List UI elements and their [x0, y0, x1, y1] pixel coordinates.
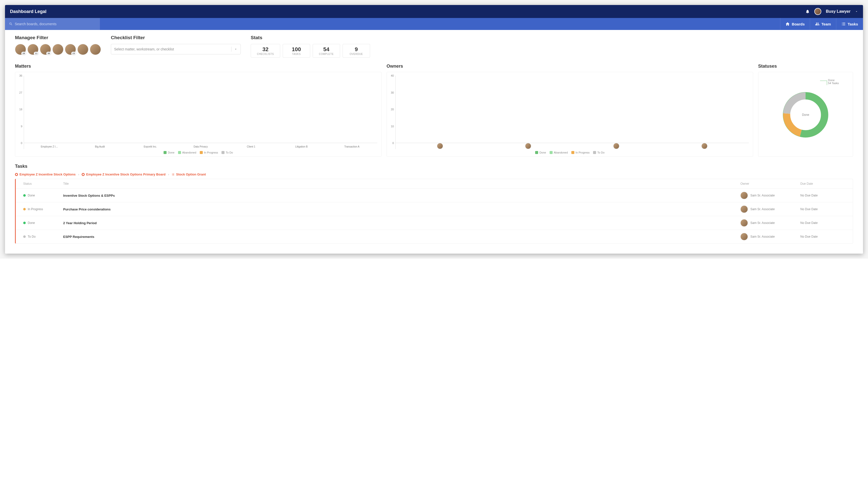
- topbar: Dashboard Legal Busy Lawyer: [5, 5, 863, 18]
- breadcrumb-item[interactable]: Employee Z Incentive Stock Options: [15, 172, 76, 176]
- checklist-filter: Checklist Filter Select matter, workstre…: [111, 35, 241, 55]
- bar-label: Employee Z Ince...: [41, 144, 58, 149]
- checklist-select[interactable]: Select matter, workstream, or checklist: [111, 44, 241, 55]
- managee-avatar[interactable]: 11: [28, 44, 38, 55]
- th-owner: Owner: [740, 182, 795, 186]
- legend-swatch: [550, 151, 553, 154]
- managee-avatar[interactable]: [53, 44, 63, 55]
- owner-cell: Sam Sr. Associate: [740, 205, 795, 213]
- stats-title: Stats: [251, 35, 370, 40]
- stat-num: 32: [257, 46, 274, 53]
- checklist-filter-title: Checklist Filter: [111, 35, 241, 40]
- managee-avatar[interactable]: 28: [15, 44, 26, 55]
- avatar-badge: 28: [21, 52, 26, 55]
- status-cell: Done: [23, 221, 58, 225]
- table-row[interactable]: In Progress Purchase Price consideration…: [16, 202, 853, 216]
- due-cell: No Due Date: [800, 235, 845, 238]
- stat-card: 32CHECKLISTS: [251, 44, 280, 58]
- breadcrumb-label: Employee Z Incentive Stock Options: [20, 172, 76, 176]
- task-title: 2 Year Holding Period: [63, 221, 735, 225]
- status-dot: [23, 194, 26, 197]
- legend-label: Done: [539, 151, 546, 154]
- nav-tasks[interactable]: Tasks: [836, 18, 863, 30]
- status-dot: [23, 235, 26, 238]
- owner-avatar: [740, 233, 748, 240]
- chevron-down-icon: [234, 47, 238, 51]
- stat-label: OVERDUE: [349, 53, 364, 56]
- bar-column: Data Privacy: [177, 143, 224, 149]
- owner-cell: Sam Sr. Associate: [740, 192, 795, 199]
- checklist-placeholder: Select matter, workstream, or checklist: [114, 47, 174, 51]
- brand-title: Dashboard Legal: [10, 9, 46, 14]
- bar-column: [662, 141, 747, 149]
- tasks-icon: [841, 22, 846, 26]
- nav-tasks-label: Tasks: [848, 22, 858, 26]
- owners-title: Owners: [386, 64, 753, 69]
- search-input[interactable]: [15, 22, 96, 26]
- table-row[interactable]: Done Inventive Stock Options & ESPPs Sam…: [16, 189, 853, 202]
- legend-swatch: [571, 151, 574, 154]
- breadcrumb-item[interactable]: Employee Z Incentive Stock Options Prima…: [82, 172, 165, 176]
- bar-column: Litigation B: [278, 143, 325, 149]
- bell-icon[interactable]: [805, 9, 810, 14]
- home-icon: [785, 22, 790, 26]
- donut-label-sub: 54 Tasks: [828, 82, 839, 85]
- owner-avatar: [740, 219, 748, 227]
- nav-team[interactable]: Team: [810, 18, 836, 30]
- legend-label: In Progress: [576, 151, 590, 154]
- avatar-badge: 38: [46, 52, 51, 55]
- bar-column: [398, 141, 482, 149]
- bar-label: Client 1: [247, 144, 255, 149]
- legend-item: Done: [535, 151, 546, 154]
- bar-label: Litigation B: [296, 144, 308, 149]
- owner-avatar: [740, 205, 748, 213]
- chevron-down-icon[interactable]: [855, 10, 858, 13]
- legend-swatch: [163, 151, 166, 154]
- legend-swatch: [200, 151, 203, 154]
- user-name: Busy Lawyer: [826, 9, 850, 14]
- task-title: ESPP Requirements: [63, 235, 735, 239]
- th-due: Due Date: [800, 182, 845, 186]
- breadcrumb-item[interactable]: Stock Option Grant: [172, 172, 206, 176]
- owner-avatar: [702, 143, 707, 149]
- user-avatar[interactable]: [814, 8, 821, 15]
- legend-item: To Do: [593, 151, 604, 154]
- search-icon: [9, 22, 13, 26]
- breadcrumb-label: Stock Option Grant: [176, 172, 206, 176]
- table-row[interactable]: To Do ESPP Requirements Sam Sr. Associat…: [16, 230, 853, 243]
- legend-label: Abandoned: [554, 151, 568, 154]
- stats-block: Stats 32CHECKLISTS100TASKS54COMPLETE9OVE…: [251, 35, 370, 58]
- task-title: Purchase Price considerations: [63, 207, 735, 211]
- bar-column: Exportit Inc.: [127, 143, 174, 149]
- table-row[interactable]: Done 2 Year Holding Period Sam Sr. Assoc…: [16, 216, 853, 230]
- managee-avatar[interactable]: [78, 44, 88, 55]
- owners-panel: Owners 403020100 DoneAbandonedIn Progres…: [386, 64, 753, 157]
- managee-avatar[interactable]: [90, 44, 101, 55]
- matters-panel: Matters 36271890Employee Z Ince...Big Au…: [15, 64, 381, 157]
- owner-avatar: [437, 143, 443, 149]
- legend-item: Done: [163, 151, 174, 154]
- managee-avatar[interactable]: 38: [40, 44, 51, 55]
- managee-avatar[interactable]: 23: [65, 44, 76, 55]
- task-title: Inventive Stock Options & ESPPs: [63, 194, 735, 197]
- due-cell: No Due Date: [800, 194, 845, 197]
- nav-boards[interactable]: Boards: [780, 18, 810, 30]
- legend-swatch: [535, 151, 538, 154]
- statuses-panel: Statuses Done 54 Tasks Done: [758, 64, 853, 157]
- status-text: In Progress: [28, 207, 43, 211]
- th-status: Status: [23, 182, 58, 186]
- status-cell: To Do: [23, 235, 58, 238]
- subnav: Boards Team Tasks: [780, 18, 863, 30]
- bar-label: Big Audit: [95, 144, 105, 149]
- owner-avatar: [740, 192, 748, 199]
- donut-label-title: Done: [828, 78, 839, 82]
- status-dot: [23, 222, 26, 224]
- owner-cell: Sam Sr. Associate: [740, 219, 795, 227]
- search-wrap[interactable]: [5, 18, 100, 30]
- bar-label: Transaction A: [344, 144, 360, 149]
- tasks-title: Tasks: [15, 164, 853, 169]
- bar-label: Data Privacy: [193, 144, 208, 149]
- breadcrumb-label: Employee Z Incentive Stock Options Prima…: [86, 172, 165, 176]
- legend-item: To Do: [221, 151, 233, 154]
- bar-column: Transaction A: [329, 143, 375, 149]
